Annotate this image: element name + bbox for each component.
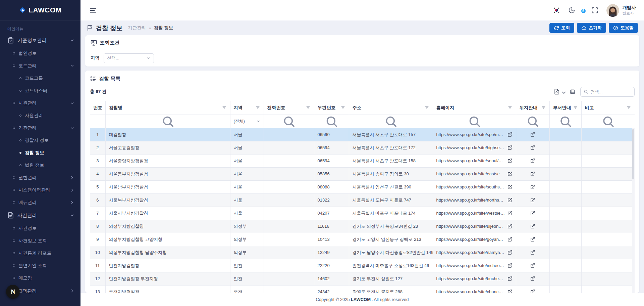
sidebar-item[interactable]: 법원 정보 xyxy=(0,159,80,171)
sidebar-item[interactable]: 코드관리 xyxy=(0,59,80,72)
column-header[interactable]: 번호 xyxy=(90,101,105,115)
column-filter[interactable] xyxy=(264,115,314,128)
table-row[interactable]: 1대검찰청서울06590서울특별시 서초구 반포대로 157https://ww… xyxy=(90,128,635,141)
column-header[interactable]: 검찰명 xyxy=(105,101,230,115)
table-row[interactable]: 4서울동부지방검찰청서울05856서울특별시 송파구 정의로 30https:/… xyxy=(90,167,635,180)
region-select[interactable]: 선택... xyxy=(104,53,154,63)
action-button[interactable]: 초기화 xyxy=(577,23,606,33)
sidebar-item[interactable]: 코드마스터 xyxy=(0,84,80,97)
homepage-url[interactable]: https://www.spo.go.kr/site/bucheon/... xyxy=(436,276,505,281)
table-row[interactable]: 13춘천지방검찰청춘천24342강원도 춘천시 공지로 288https://w… xyxy=(90,285,635,293)
external-link-icon[interactable] xyxy=(507,224,513,229)
column-filter[interactable] xyxy=(314,115,349,128)
sidebar-item[interactable]: 사건정보 조회 xyxy=(0,234,80,247)
sidebar-item[interactable]: 메뉴관리 xyxy=(0,196,80,209)
external-link-icon[interactable] xyxy=(507,289,513,293)
breadcrumb-parent[interactable]: 기관관리 xyxy=(128,25,146,31)
homepage-url[interactable]: https://www.spo.go.kr/site/seoul/ma... xyxy=(436,158,505,163)
homepage-url[interactable]: https://www.spo.go.kr/site/uijeongb... xyxy=(436,224,505,229)
sidebar-item[interactable]: 검찰 정보 xyxy=(0,146,80,159)
sidebar-item[interactable]: 메모장 xyxy=(0,272,80,284)
column-header[interactable]: 지역 xyxy=(230,101,264,115)
location-link-icon[interactable] xyxy=(530,276,535,281)
external-link-icon[interactable] xyxy=(507,158,513,163)
table-row[interactable]: 3서울중앙지방검찰청서울06594서울특별시 서초구 반포대로 158https… xyxy=(90,154,635,167)
homepage-url[interactable]: https://www.spo.go.kr/site/highseou... xyxy=(436,145,505,150)
homepage-url[interactable]: https://www.spo.go.kr/site/incheon/... xyxy=(436,263,505,268)
sidebar-item[interactable]: 기준정보관리 xyxy=(0,34,80,47)
table-row[interactable]: 8의정부지방검찰청의정부11616경기도 의정부시 녹양로34번길 23http… xyxy=(90,220,635,233)
column-filter[interactable] xyxy=(433,115,516,128)
location-link-icon[interactable] xyxy=(530,184,535,189)
moon-icon[interactable] xyxy=(568,7,575,14)
external-link-icon[interactable] xyxy=(507,211,513,216)
homepage-url[interactable]: https://www.spo.go.kr/site/namyang... xyxy=(436,250,505,255)
homepage-url[interactable]: https://www.spo.go.kr/site/northseo... xyxy=(436,198,505,203)
maximize-icon[interactable] xyxy=(591,7,598,14)
location-link-icon[interactable] xyxy=(530,145,535,150)
table-row[interactable]: 10의정부지방검찰청 남양주지청의정부12249경기도 남양주시 다산중앙로82… xyxy=(90,246,635,259)
external-link-icon[interactable] xyxy=(507,171,513,176)
external-link-icon[interactable] xyxy=(507,145,513,150)
location-link-icon[interactable] xyxy=(530,158,535,163)
column-header[interactable]: 우편번호 xyxy=(314,101,349,115)
column-header[interactable]: 주소 xyxy=(349,101,433,115)
sidebar-item[interactable]: 법인정보 xyxy=(0,47,80,59)
table-search-input[interactable] xyxy=(590,89,631,94)
column-header[interactable]: 전화번호 xyxy=(264,101,314,115)
homepage-url[interactable]: https://www.spo.go.kr/site/spo/main... xyxy=(436,132,505,137)
table-row[interactable]: 9의정부지방검찰청 고양지청의정부10413경기도 고양시 일산동구 장백로 2… xyxy=(90,233,635,246)
table-row[interactable]: 5서울남부지방검찰청서울08088서울특별시 양천구 신월로 390https:… xyxy=(90,180,635,193)
external-link-icon[interactable] xyxy=(507,276,513,281)
table-row[interactable]: 6서울북부지방검찰청서울01322서울특별시 도봉구 마들로 747https:… xyxy=(90,193,635,207)
homepage-url[interactable]: https://www.spo.go.kr/site/southseo... xyxy=(436,184,505,189)
column-filter[interactable] xyxy=(105,115,230,128)
location-link-icon[interactable] xyxy=(530,198,535,203)
external-link-icon[interactable] xyxy=(507,198,513,203)
table-row[interactable]: 11인천지방검찰청인천22220인천광역시 미추홀구 소성로163번길 49ht… xyxy=(90,259,635,272)
location-link-icon[interactable] xyxy=(530,132,535,137)
sidebar-item[interactable]: 기관관리 xyxy=(0,122,80,134)
column-filter[interactable] xyxy=(549,115,581,128)
action-button[interactable]: 조회 xyxy=(549,23,574,33)
location-link-icon[interactable] xyxy=(530,171,535,176)
external-link-icon[interactable] xyxy=(507,250,513,255)
homepage-url[interactable]: https://www.spo.go.kr/site/chunche... xyxy=(436,289,505,293)
scrollbar-thumb[interactable] xyxy=(632,129,634,179)
location-link-icon[interactable] xyxy=(530,263,535,268)
column-filter[interactable]: (전체) xyxy=(230,115,264,128)
external-link-icon[interactable] xyxy=(507,263,513,268)
sidebar-item[interactable]: 사원관리 xyxy=(0,109,80,122)
vertical-scrollbar[interactable] xyxy=(632,128,635,293)
location-link-icon[interactable] xyxy=(530,237,535,242)
action-button[interactable]: 도움말 xyxy=(609,23,638,33)
column-filter[interactable] xyxy=(516,115,549,128)
location-link-icon[interactable] xyxy=(530,289,535,293)
sidebar-item[interactable]: 코드그룹 xyxy=(0,72,80,84)
hamburger-menu-icon[interactable] xyxy=(89,7,97,14)
location-link-icon[interactable] xyxy=(530,250,535,255)
sidebar-item[interactable]: 사건통계 리포트 xyxy=(0,247,80,259)
column-header[interactable]: 비고 xyxy=(581,101,635,115)
external-link-icon[interactable] xyxy=(507,184,513,189)
user-menu[interactable]: 개발사 변호사 xyxy=(606,4,636,17)
sidebar-item[interactable]: 사건정보 xyxy=(0,222,80,234)
columns-grid-button[interactable] xyxy=(570,89,576,95)
table-search[interactable] xyxy=(580,87,635,97)
sidebar-item[interactable]: 사원관리 xyxy=(0,97,80,109)
table-row[interactable]: 12인천지방검찰청 부천지청인천14602경기도 부천시 상일로 127http… xyxy=(90,272,635,285)
sidebar-item[interactable]: 사건관리 xyxy=(0,209,80,222)
sidebar-item[interactable]: 권한관리 xyxy=(0,171,80,184)
table-row[interactable]: 7서울서부지방검찰청서울04207서울특별시 마포구 마포대로 174https… xyxy=(90,207,635,220)
column-header[interactable]: 부서안내 xyxy=(549,101,581,115)
column-header[interactable]: 홈페이지 xyxy=(433,101,516,115)
sidebar-item[interactable]: 시스템이력관리 xyxy=(0,184,80,196)
korea-flag-icon[interactable] xyxy=(553,7,560,14)
external-link-icon[interactable] xyxy=(507,132,513,137)
location-link-icon[interactable] xyxy=(530,224,535,229)
region-filter-select[interactable]: (전체) xyxy=(234,119,260,124)
sidebar-item[interactable]: 불변기일 조회 xyxy=(0,259,80,272)
export-file-button[interactable] xyxy=(554,89,565,95)
column-header[interactable]: 위치안내 xyxy=(516,101,549,115)
homepage-url[interactable]: https://www.spo.go.kr/site/eastseoul... xyxy=(436,171,505,176)
